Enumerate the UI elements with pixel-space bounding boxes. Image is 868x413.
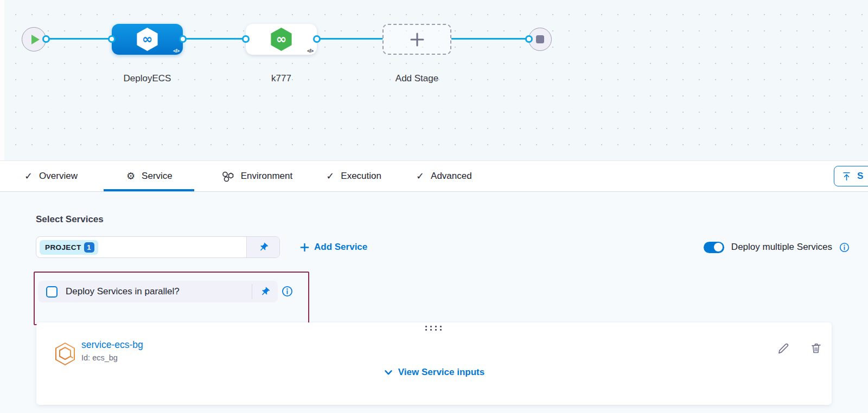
stage-label-k777: k777 (246, 73, 317, 84)
tab-advanced[interactable]: ✓ Advanced (416, 161, 472, 191)
stage-config-tabbar: ✓ Overview ⚙ Service Environment ✓ Execu… (0, 161, 868, 192)
tab-environment[interactable]: Environment (221, 161, 292, 191)
connector-line (183, 38, 246, 40)
edit-icon[interactable] (776, 341, 789, 354)
canvas-edge (0, 0, 4, 160)
connector-port (42, 35, 50, 43)
code-view-icon[interactable]: </> (173, 48, 179, 54)
fixed-value-pin-button[interactable] (252, 284, 278, 299)
add-service-button[interactable]: Add Service (300, 242, 367, 253)
svg-text:∞: ∞ (276, 31, 287, 47)
save-button-label: S (857, 171, 863, 182)
deploy-parallel-checkbox[interactable] (46, 286, 58, 298)
connector-line (317, 38, 383, 40)
tab-label: Service (142, 171, 173, 182)
connector-port (525, 35, 533, 43)
view-inputs-label: View Service inputs (398, 367, 484, 378)
service-identifier: Id: ecs_bg (81, 353, 118, 362)
deploy-multiple-services-group: Deploy multiple Services (704, 242, 850, 253)
check-icon: ✓ (416, 171, 424, 181)
scope-count-badge: 1 (84, 242, 94, 253)
fixed-value-pin-button[interactable] (246, 237, 279, 257)
delete-icon[interactable] (809, 341, 822, 354)
environment-icon (221, 171, 234, 182)
pushpin-icon (256, 240, 271, 255)
add-stage-node[interactable] (382, 24, 451, 55)
selected-services-value[interactable]: PROJECT 1 (36, 237, 246, 257)
service-name-link[interactable]: service-ecs-bg (81, 339, 143, 351)
drag-handle[interactable] (425, 326, 443, 332)
deploy-parallel-field: Deploy Services in parallel? (38, 281, 278, 302)
save-button[interactable]: S (834, 166, 868, 186)
connector-port (313, 35, 321, 43)
connector-port (108, 35, 116, 43)
view-service-inputs-toggle[interactable]: View Service inputs (36, 367, 832, 378)
harness-stage-icon: ∞ (135, 27, 160, 52)
chevron-down-icon (384, 367, 393, 377)
stage-label-add-stage: Add Stage (382, 73, 451, 84)
toggle-knob (714, 243, 723, 251)
project-scope-tag[interactable]: PROJECT 1 (40, 240, 98, 255)
connector-line (451, 38, 529, 40)
tab-label: Advanced (431, 171, 472, 182)
ecs-service-icon (54, 342, 76, 366)
connector-port (242, 35, 250, 43)
check-icon: ✓ (24, 171, 33, 181)
select-services-label: Select Services (36, 214, 104, 225)
deploy-multiple-services-toggle[interactable] (704, 242, 724, 253)
info-icon[interactable] (839, 242, 850, 253)
deploy-parallel-label: Deploy Services in parallel? (66, 286, 180, 297)
tab-label: Environment (241, 171, 292, 182)
harness-stage-icon: ∞ (269, 27, 294, 52)
connector-port (179, 35, 187, 43)
tab-overview[interactable]: ✓ Overview (24, 161, 78, 191)
tab-label: Execution (341, 171, 381, 182)
plus-icon (300, 243, 309, 252)
svg-text:∞: ∞ (142, 31, 153, 47)
scope-tag-label: PROJECT (45, 243, 81, 251)
add-service-label: Add Service (314, 242, 367, 253)
play-icon (31, 35, 40, 44)
gear-icon: ⚙ (126, 171, 135, 181)
tab-service[interactable]: ⚙ Service (126, 161, 173, 191)
service-tab-panel: Select Services PROJECT 1 (0, 192, 868, 413)
connector-line (46, 38, 112, 40)
pipeline-studio: ∞ </> ∞ </> DeployECS k777 Ad (0, 0, 868, 413)
service-card: service-ecs-bg Id: ecs_bg View Service i… (36, 322, 832, 405)
tab-label: Overview (39, 171, 78, 182)
stage-label-deployecs: DeployECS (112, 73, 183, 84)
tab-execution[interactable]: ✓ Execution (326, 161, 381, 191)
deploy-multiple-services-label: Deploy multiple Services (731, 242, 832, 253)
stop-icon (536, 35, 544, 43)
stage-node-k777[interactable]: ∞ </> (246, 24, 317, 55)
code-view-icon[interactable]: </> (307, 48, 313, 54)
pushpin-icon (258, 285, 272, 299)
plus-icon (409, 31, 425, 48)
check-icon: ✓ (326, 171, 334, 181)
upload-icon (841, 171, 852, 182)
select-services-input[interactable]: PROJECT 1 (36, 236, 280, 258)
info-icon[interactable] (282, 286, 293, 297)
pipeline-canvas[interactable]: ∞ </> ∞ </> DeployECS k777 Ad (0, 0, 868, 161)
stage-node-deployecs[interactable]: ∞ </> (112, 24, 183, 55)
